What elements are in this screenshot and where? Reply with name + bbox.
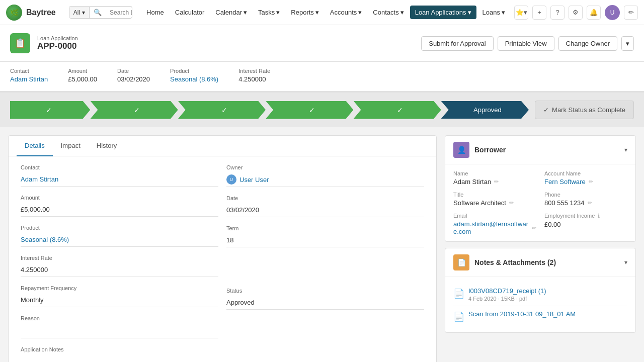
- email-link[interactable]: adam.stirtan@fernsoftware.com: [453, 220, 529, 235]
- mark-complete-button[interactable]: ✓ Mark Status as Complete: [535, 101, 634, 119]
- record-header: 📋 Loan Application APP-0000 Submit for A…: [0, 25, 644, 62]
- borrower-icon: 👤: [453, 142, 469, 158]
- edit-account-icon[interactable]: ✏: [589, 178, 593, 185]
- summary-date: Date 03/02/2020: [117, 68, 150, 83]
- form-left-col: Contact Adam Stirtan ✏ Amount £5,000.00 …: [17, 164, 222, 360]
- product-field-link[interactable]: Seasonal (8.6%): [21, 236, 69, 243]
- field-owner: Owner U User User ✏: [226, 164, 424, 187]
- submit-for-approval-button[interactable]: Submit for Approval: [421, 36, 493, 51]
- nav-item-accounts[interactable]: Accounts ▾: [325, 6, 367, 19]
- account-name-link[interactable]: Fern Software: [544, 178, 586, 186]
- brand-name: Baytree: [26, 8, 56, 17]
- nav-item-calculator[interactable]: Calculator: [170, 6, 210, 19]
- chevron-down-icon: ▾: [502, 9, 505, 16]
- tab-details[interactable]: Details: [17, 136, 53, 156]
- record-id: APP-0000: [37, 41, 78, 51]
- summary-interest-rate: Interest Rate 4.250000: [238, 68, 270, 83]
- progress-step-approved[interactable]: Approved: [441, 101, 529, 119]
- change-owner-button[interactable]: Change Owner: [558, 36, 617, 51]
- progress-step-1[interactable]: ✓: [10, 101, 90, 119]
- nav-right-icons: ⭐▾ + ? ⚙ 🔔 U ✏: [514, 5, 638, 20]
- chevron-down-icon: ▾: [244, 9, 247, 16]
- edit-phone-icon[interactable]: ✏: [588, 200, 592, 206]
- progress-step-3[interactable]: ✓: [178, 101, 266, 119]
- edit-email-icon[interactable]: ✏: [532, 225, 536, 231]
- field-date: Date 03/02/2020 ✏: [226, 195, 424, 217]
- favorites-button[interactable]: ⭐▾: [514, 6, 528, 20]
- nav-item-calendar[interactable]: Calendar ▾: [210, 6, 252, 19]
- record-actions: Submit for Approval Printable View Chang…: [421, 36, 634, 51]
- nav-item-tasks[interactable]: Tasks ▾: [253, 6, 285, 19]
- progress-step-2[interactable]: ✓: [90, 101, 178, 119]
- field-contact: Contact Adam Stirtan ✏: [21, 164, 218, 187]
- edit-name-icon[interactable]: ✏: [494, 178, 499, 185]
- contact-field-link[interactable]: Adam Stirtan: [21, 175, 58, 183]
- summary-product: Product Seasonal (8.6%): [170, 68, 218, 83]
- notes-title: Notes & Attachments (2): [474, 258, 556, 266]
- file-icon-2: 📄: [453, 311, 464, 322]
- more-actions-dropdown[interactable]: ▾: [621, 36, 634, 51]
- file-item-1: 📄 I003V08CD719_receipt (1) 4 Feb 2020 · …: [453, 283, 627, 306]
- field-reason: Reason ✏: [21, 315, 218, 338]
- info-icon: ℹ: [598, 213, 600, 219]
- borrower-collapse-icon[interactable]: ▾: [624, 146, 627, 153]
- notes-body: 📄 I003V08CD719_receipt (1) 4 Feb 2020 · …: [445, 277, 635, 332]
- avatar[interactable]: U: [605, 5, 620, 20]
- owner-link[interactable]: User User: [239, 176, 269, 184]
- chevron-down-icon: ▾: [315, 9, 319, 16]
- borrower-title-field: Title Software Architect ✏: [453, 192, 536, 207]
- tab-impact[interactable]: Impact: [53, 136, 89, 156]
- tab-history[interactable]: History: [89, 136, 125, 156]
- borrower-card: 👤 Borrower ▾ Name Adam Stirtan ✏ Accou: [445, 135, 636, 242]
- progress-bar: ✓ ✓ ✓ ✓ ✓ Approved ✓ Mark Status as Comp…: [0, 93, 644, 127]
- notes-collapse-icon[interactable]: ▾: [624, 259, 627, 266]
- nav-item-reports[interactable]: Reports ▾: [286, 6, 324, 19]
- file-2-link[interactable]: Scan from 2019-10-31 09_18_01 AM: [468, 310, 576, 318]
- progress-step-5[interactable]: ✓: [353, 101, 441, 119]
- main-content: Details Impact History Contact Adam Stir…: [0, 127, 644, 362]
- record-type-icon: 📋: [10, 33, 30, 53]
- nav-item-contacts[interactable]: Contacts ▾: [368, 6, 409, 19]
- edit-title-icon[interactable]: ✏: [509, 200, 514, 206]
- new-record-button[interactable]: +: [532, 6, 546, 20]
- search-input[interactable]: [106, 7, 132, 18]
- borrower-grid: Name Adam Stirtan ✏ Account Name Fern So…: [453, 170, 627, 235]
- contact-link[interactable]: Adam Stirtan: [10, 75, 48, 83]
- field-term: Term 18 ✏: [226, 225, 424, 247]
- chevron-down-icon: ▾: [276, 9, 280, 16]
- notifications-icon[interactable]: 🔔: [587, 6, 601, 20]
- nav-menu: Home Calculator Calendar ▾ Tasks ▾ Repor…: [141, 6, 510, 19]
- summary-amount: Amount £5,000.00: [68, 68, 97, 83]
- progress-step-4[interactable]: ✓: [266, 101, 353, 119]
- nav-item-home[interactable]: Home: [141, 6, 169, 19]
- form-row: Contact Adam Stirtan ✏ Amount £5,000.00 …: [17, 164, 428, 360]
- nav-item-loans[interactable]: Loans ▾: [477, 6, 510, 19]
- details-panel: Details Impact History Contact Adam Stir…: [8, 135, 437, 362]
- form-right-col: Owner U User User ✏ Date 03/02/2020: [222, 164, 428, 360]
- file-item-2: 📄 Scan from 2019-10-31 09_18_01 AM: [453, 306, 627, 326]
- record-title-wrap: Loan Application APP-0000: [37, 35, 78, 51]
- app-logo[interactable]: 🌿: [6, 5, 22, 21]
- borrower-income-field: Employment Income ℹ £0.00: [544, 213, 627, 235]
- right-sidebar: 👤 Borrower ▾ Name Adam Stirtan ✏ Accou: [445, 135, 636, 333]
- product-link[interactable]: Seasonal (8.6%): [170, 75, 218, 83]
- borrower-phone-field: Phone 800 555 1234 ✏: [544, 192, 627, 207]
- file-1-link[interactable]: I003V08CD719_receipt (1): [468, 287, 546, 295]
- settings-icon[interactable]: ⚙: [569, 6, 583, 20]
- search-scope-selector[interactable]: All ▾: [69, 7, 90, 18]
- check-icon: ✓: [543, 106, 549, 114]
- field-product: Product Seasonal (8.6%) ✏: [21, 225, 218, 247]
- top-navigation: 🌿 Baytree All ▾ 🔍 Home Calculator Calend…: [0, 0, 644, 25]
- detail-tabs: Details Impact History: [9, 136, 436, 156]
- nav-item-loan-applications[interactable]: Loan Applications ▾: [410, 6, 476, 19]
- summary-contact: Contact Adam Stirtan: [10, 68, 48, 83]
- printable-view-button[interactable]: Printable View: [498, 36, 554, 51]
- chevron-down-icon: ▾: [468, 9, 471, 16]
- borrower-title: Borrower: [474, 146, 506, 154]
- field-application-notes: Application Notes: [21, 346, 218, 352]
- edit-nav-icon[interactable]: ✏: [624, 6, 638, 20]
- record-type-label: Loan Application: [37, 35, 78, 41]
- borrower-header: 👤 Borrower ▾: [445, 136, 635, 164]
- notes-header: 📄 Notes & Attachments (2) ▾: [445, 248, 635, 277]
- help-button[interactable]: ?: [550, 6, 565, 20]
